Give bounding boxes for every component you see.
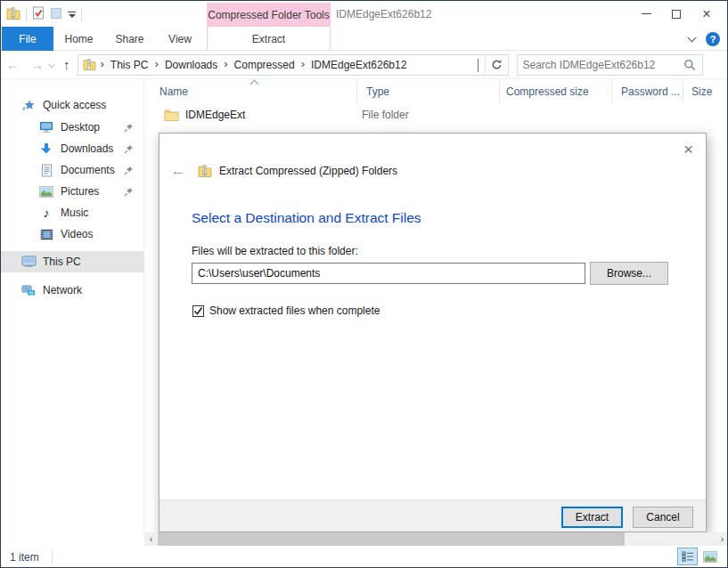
- sidebar-item-label: Pictures: [61, 185, 124, 198]
- tab-home[interactable]: Home: [53, 27, 104, 51]
- dialog-back-icon[interactable]: ←: [171, 163, 185, 179]
- sidebar-item-label: Quick access: [43, 99, 144, 111]
- column-header-password[interactable]: Password ...: [612, 81, 683, 102]
- pin-icon: [124, 187, 134, 197]
- title-bar: Compressed Folder Tools IDMEdgeExt626b12…: [1, 1, 727, 27]
- thumbnail-view-icon: [703, 551, 717, 563]
- item-count: 1 item: [10, 551, 39, 564]
- search-input[interactable]: [518, 59, 682, 71]
- properties-icon[interactable]: [32, 6, 45, 22]
- recent-locations-icon[interactable]: [48, 60, 55, 67]
- scroll-left-icon[interactable]: ‹: [144, 532, 158, 546]
- thumbnail-view-button[interactable]: [699, 548, 720, 565]
- dialog-heading: Select a Destination and Extract Files: [192, 210, 421, 226]
- breadcrumb-chevron-icon: ›: [223, 57, 228, 72]
- tab-extract[interactable]: Extract: [207, 27, 331, 51]
- close-button[interactable]: ×: [691, 4, 722, 25]
- quick-access-star-icon: [20, 99, 37, 112]
- status-bar: 1 item: [1, 546, 727, 568]
- sidebar-item-network[interactable]: Network: [1, 280, 144, 301]
- sidebar-item-pictures[interactable]: Pictures: [1, 181, 144, 202]
- column-header-type[interactable]: Type: [357, 81, 500, 102]
- new-folder-icon[interactable]: [50, 7, 62, 22]
- details-view-button[interactable]: [677, 548, 698, 565]
- zip-folder-icon: [83, 59, 96, 70]
- computer-icon: [20, 256, 37, 268]
- file-row[interactable]: IDMEdgeExt File folder: [144, 104, 728, 126]
- back-icon[interactable]: ←: [6, 57, 20, 72]
- breadcrumb-downloads[interactable]: Downloads: [161, 59, 221, 71]
- address-dropdown-icon[interactable]: [471, 59, 485, 71]
- search-box[interactable]: [517, 54, 703, 76]
- horizontal-scrollbar[interactable]: ‹ ›: [144, 532, 728, 546]
- destination-path-input[interactable]: [192, 263, 585, 284]
- view-switcher: [677, 548, 720, 565]
- sidebar-item-music[interactable]: ♪ Music: [1, 202, 144, 223]
- minimize-ribbon-icon[interactable]: [688, 33, 697, 42]
- minimize-icon: [642, 13, 651, 14]
- address-bar[interactable]: › This PC › Downloads › Compressed › IDM…: [78, 54, 509, 76]
- breadcrumb-chevron-icon: ›: [100, 57, 105, 72]
- column-header-compressed-size[interactable]: Compressed size: [500, 81, 612, 102]
- breadcrumb-current-folder[interactable]: IDMEdgeExt626b12: [307, 59, 410, 71]
- dialog-header: ← Extract Compressed (Zipped) Folders: [160, 160, 706, 182]
- customize-toolbar-dropdown-icon[interactable]: [68, 12, 76, 18]
- scrollbar-track[interactable]: [158, 532, 716, 546]
- dialog-footer: Extract Cancel: [160, 499, 706, 531]
- browse-button[interactable]: Browse...: [590, 262, 668, 285]
- file-name: IDMEdgeExt: [185, 109, 353, 121]
- help-icon[interactable]: ?: [706, 32, 720, 46]
- tab-share[interactable]: Share: [104, 27, 155, 51]
- extract-button[interactable]: Extract: [561, 507, 623, 528]
- sidebar-item-label: Downloads: [61, 142, 124, 155]
- sidebar-item-quick-access[interactable]: Quick access: [1, 94, 144, 116]
- sidebar-item-downloads[interactable]: Downloads: [1, 138, 144, 159]
- breadcrumb-chevron-icon: ›: [300, 57, 306, 72]
- window-title: IDMEdgeExt626b12: [336, 1, 431, 27]
- column-header-size[interactable]: Size: [683, 81, 728, 102]
- breadcrumb: › This PC › Downloads › Compressed › IDM…: [78, 57, 471, 72]
- sidebar-item-this-pc[interactable]: This PC: [1, 251, 144, 272]
- tab-view[interactable]: View: [155, 27, 205, 51]
- show-extracted-checkbox[interactable]: [192, 305, 204, 317]
- breadcrumb-this-pc[interactable]: This PC: [107, 59, 152, 71]
- pin-icon: [124, 144, 134, 154]
- destination-label: Files will be extracted to this folder:: [192, 245, 358, 257]
- document-icon: [38, 164, 54, 177]
- sidebar-item-label: Music: [61, 207, 144, 219]
- separator: [52, 550, 53, 564]
- network-icon: [20, 284, 37, 296]
- cancel-button[interactable]: Cancel: [633, 507, 693, 528]
- sidebar-item-label: Documents: [61, 164, 124, 176]
- zip-folder-icon: [6, 7, 20, 22]
- dialog-close-icon[interactable]: ×: [680, 137, 697, 161]
- tab-file[interactable]: File: [2, 27, 53, 51]
- up-icon[interactable]: ↑: [63, 57, 70, 72]
- breadcrumb-compressed[interactable]: Compressed: [231, 59, 299, 71]
- sidebar-item-label: This PC: [43, 256, 144, 268]
- downloads-icon: [38, 142, 54, 155]
- pin-icon: [124, 123, 134, 133]
- explorer-window: Compressed Folder Tools IDMEdgeExt626b12…: [0, 0, 728, 568]
- forward-icon[interactable]: →: [30, 57, 44, 72]
- checkbox-label[interactable]: Show extracted files when complete: [209, 304, 380, 317]
- minimize-button[interactable]: [631, 4, 661, 25]
- ribbon-tab-bar: File Home Share View Extract ?: [1, 27, 727, 51]
- scrollbar-thumb[interactable]: [158, 532, 625, 546]
- folder-icon: [164, 109, 179, 121]
- scroll-right-icon[interactable]: ›: [716, 532, 728, 546]
- desktop-icon: [38, 121, 54, 134]
- separator: [81, 8, 82, 21]
- details-view-icon: [682, 551, 694, 562]
- maximize-button[interactable]: [661, 4, 691, 25]
- column-headers: Name Type Compressed size Password ... S…: [144, 81, 728, 102]
- sidebar-item-desktop[interactable]: Desktop: [1, 117, 144, 138]
- sidebar-item-documents[interactable]: Documents: [1, 159, 144, 181]
- zip-folder-icon: [198, 165, 212, 177]
- search-icon[interactable]: [682, 59, 702, 71]
- refresh-icon[interactable]: [485, 55, 508, 75]
- column-header-name[interactable]: Name: [144, 81, 357, 102]
- navigation-pane: Quick access Desktop Downloads Docume: [1, 79, 144, 532]
- sidebar-item-label: Desktop: [61, 121, 124, 134]
- sidebar-item-videos[interactable]: Videos: [1, 223, 144, 245]
